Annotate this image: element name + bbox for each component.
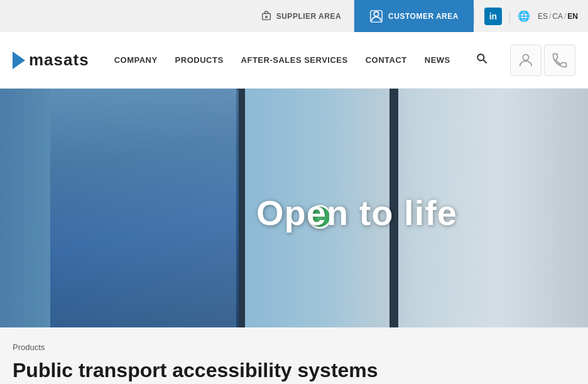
lang-es[interactable]: ES xyxy=(538,12,548,21)
page-title: Public transport accessibility systems xyxy=(13,358,575,382)
svg-line-5 xyxy=(483,60,486,63)
language-selector: ES / CA / EN xyxy=(538,12,578,21)
nav-contact[interactable]: CONTACT xyxy=(366,55,407,65)
divider xyxy=(509,10,510,23)
lang-en[interactable]: EN xyxy=(567,12,578,21)
phone-button[interactable] xyxy=(544,45,575,76)
user-icon xyxy=(517,52,535,69)
search-button[interactable] xyxy=(473,50,491,70)
logo[interactable]: masats xyxy=(13,50,89,70)
social-section: in 🌐 ES / CA / EN xyxy=(474,8,588,25)
nav-products[interactable]: PRODUCTS xyxy=(175,55,224,65)
content-area: Products Public transport accessibility … xyxy=(0,327,588,384)
supplier-label: SUPPLIER AREA xyxy=(276,12,341,21)
svg-point-1 xyxy=(265,16,267,18)
customer-area-button[interactable]: CUSTOMER AREA xyxy=(354,0,474,32)
customer-icon xyxy=(369,9,383,23)
svg-point-6 xyxy=(523,54,528,60)
nav-after-sales[interactable]: AFTER-SALES SERVICES xyxy=(241,55,348,65)
top-bar: SUPPLIER AREA CUSTOMER AREA in 🌐 ES / CA… xyxy=(0,0,588,32)
hero-tagline: Open to life xyxy=(126,192,588,233)
hero-section: Open to life xyxy=(0,89,588,327)
supplier-area-section[interactable]: SUPPLIER AREA xyxy=(0,0,354,32)
header-right-icons xyxy=(510,45,575,76)
svg-point-4 xyxy=(477,54,484,60)
lang-ca[interactable]: CA xyxy=(552,12,563,21)
svg-point-2 xyxy=(374,11,378,16)
supplier-icon xyxy=(260,10,273,23)
logo-chevron-icon xyxy=(13,52,25,69)
phone-icon xyxy=(551,52,569,69)
user-account-button[interactable] xyxy=(510,45,542,76)
linkedin-button[interactable]: in xyxy=(484,8,502,25)
nav-news[interactable]: NEWS xyxy=(425,55,450,65)
breadcrumb[interactable]: Products xyxy=(13,343,575,352)
linkedin-icon: in xyxy=(489,11,497,21)
main-header: masats COMPANY PRODUCTS AFTER-SALES SERV… xyxy=(0,32,588,89)
customer-area-label: CUSTOMER AREA xyxy=(388,12,459,21)
nav-company[interactable]: COMPANY xyxy=(114,55,158,65)
customer-area-section: CUSTOMER AREA in 🌐 ES / CA / EN xyxy=(354,0,588,32)
main-nav: COMPANY PRODUCTS AFTER-SALES SERVICES CO… xyxy=(114,50,500,70)
logo-text: masats xyxy=(29,50,89,70)
globe-icon[interactable]: 🌐 xyxy=(518,10,530,22)
svg-rect-0 xyxy=(262,13,270,19)
search-icon xyxy=(476,52,488,65)
